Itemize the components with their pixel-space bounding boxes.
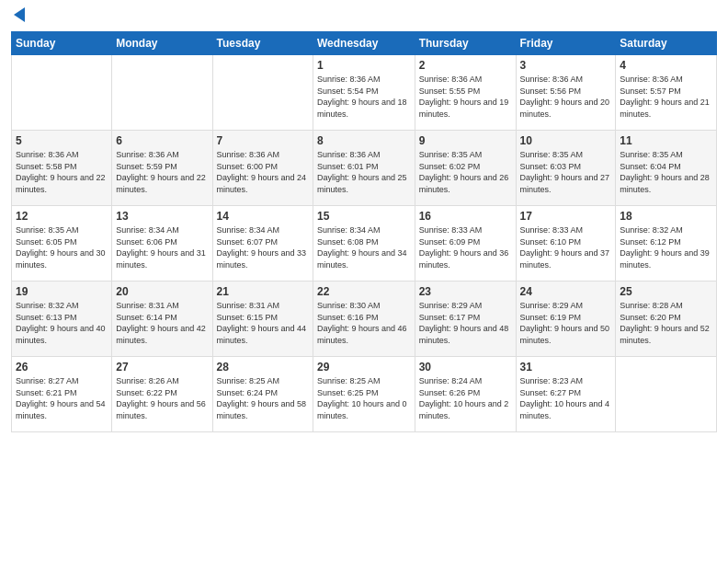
calendar-cell [112,55,212,131]
page-container: SundayMondayTuesdayWednesdayThursdayFrid… [0,0,728,440]
weekday-header-row: SundayMondayTuesdayWednesdayThursdayFrid… [12,32,717,55]
weekday-header-thursday: Thursday [415,32,516,55]
calendar-cell [212,55,313,131]
cell-info: Sunrise: 8:25 AM Sunset: 6:24 PM Dayligh… [217,375,309,421]
calendar-cell: 1Sunrise: 8:36 AM Sunset: 5:54 PM Daylig… [313,55,415,131]
calendar-cell: 25Sunrise: 8:28 AM Sunset: 6:20 PM Dayli… [616,282,717,357]
day-number: 7 [217,134,309,147]
day-number: 25 [620,285,712,298]
day-number: 29 [317,361,411,373]
cell-info: Sunrise: 8:34 AM Sunset: 6:07 PM Dayligh… [217,224,309,270]
calendar-cell: 14Sunrise: 8:34 AM Sunset: 6:07 PM Dayli… [212,206,313,282]
cell-info: Sunrise: 8:36 AM Sunset: 5:58 PM Dayligh… [16,149,108,195]
day-number: 27 [116,361,208,373]
day-number: 3 [520,59,612,72]
calendar-cell: 12Sunrise: 8:35 AM Sunset: 6:05 PM Dayli… [12,206,112,282]
weekday-header-saturday: Saturday [616,32,717,55]
cell-info: Sunrise: 8:36 AM Sunset: 6:01 PM Dayligh… [317,149,411,195]
cell-info: Sunrise: 8:36 AM Sunset: 5:54 PM Dayligh… [317,74,411,120]
day-number: 21 [217,285,309,298]
cell-info: Sunrise: 8:28 AM Sunset: 6:20 PM Dayligh… [620,300,712,346]
cell-info: Sunrise: 8:31 AM Sunset: 6:14 PM Dayligh… [116,300,208,346]
day-number: 17 [520,210,612,223]
cell-info: Sunrise: 8:36 AM Sunset: 5:56 PM Dayligh… [520,74,612,120]
cell-info: Sunrise: 8:36 AM Sunset: 5:57 PM Dayligh… [620,74,712,120]
calendar-cell: 4Sunrise: 8:36 AM Sunset: 5:57 PM Daylig… [616,55,717,131]
calendar-cell: 16Sunrise: 8:33 AM Sunset: 6:09 PM Dayli… [415,206,516,282]
calendar-cell: 26Sunrise: 8:27 AM Sunset: 6:21 PM Dayli… [12,357,112,432]
day-number: 24 [520,285,612,298]
svg-marker-0 [14,7,25,22]
day-number: 20 [116,285,208,298]
week-row-3: 12Sunrise: 8:35 AM Sunset: 6:05 PM Dayli… [12,206,717,282]
day-number: 12 [16,210,108,223]
calendar-cell: 24Sunrise: 8:29 AM Sunset: 6:19 PM Dayli… [516,282,616,357]
calendar-cell: 29Sunrise: 8:25 AM Sunset: 6:25 PM Dayli… [313,357,415,432]
week-row-4: 19Sunrise: 8:32 AM Sunset: 6:13 PM Dayli… [12,282,717,357]
calendar-cell: 20Sunrise: 8:31 AM Sunset: 6:14 PM Dayli… [112,282,212,357]
calendar-table: SundayMondayTuesdayWednesdayThursdayFrid… [11,31,717,432]
week-row-5: 26Sunrise: 8:27 AM Sunset: 6:21 PM Dayli… [12,357,717,432]
cell-info: Sunrise: 8:29 AM Sunset: 6:19 PM Dayligh… [520,300,612,346]
cell-info: Sunrise: 8:34 AM Sunset: 6:06 PM Dayligh… [116,224,208,270]
day-number: 6 [116,134,208,147]
calendar-cell: 27Sunrise: 8:26 AM Sunset: 6:22 PM Dayli… [112,357,212,432]
day-number: 18 [620,210,712,223]
cell-info: Sunrise: 8:35 AM Sunset: 6:02 PM Dayligh… [419,149,512,195]
calendar-cell: 10Sunrise: 8:35 AM Sunset: 6:03 PM Dayli… [516,131,616,206]
weekday-header-wednesday: Wednesday [313,32,415,55]
day-number: 13 [116,210,208,223]
day-number: 19 [16,285,108,298]
day-number: 2 [419,59,512,72]
day-number: 22 [317,285,411,298]
weekday-header-tuesday: Tuesday [212,32,313,55]
calendar-cell: 18Sunrise: 8:32 AM Sunset: 6:12 PM Dayli… [616,206,717,282]
cell-info: Sunrise: 8:36 AM Sunset: 5:55 PM Dayligh… [419,74,512,120]
cell-info: Sunrise: 8:23 AM Sunset: 6:27 PM Dayligh… [520,375,612,421]
cell-info: Sunrise: 8:27 AM Sunset: 6:21 PM Dayligh… [16,375,108,421]
calendar-cell: 21Sunrise: 8:31 AM Sunset: 6:15 PM Dayli… [212,282,313,357]
calendar-cell: 6Sunrise: 8:36 AM Sunset: 5:59 PM Daylig… [112,131,212,206]
day-number: 15 [317,210,411,223]
cell-info: Sunrise: 8:34 AM Sunset: 6:08 PM Dayligh… [317,224,411,270]
day-number: 8 [317,134,411,147]
cell-info: Sunrise: 8:35 AM Sunset: 6:03 PM Dayligh… [520,149,612,195]
week-row-2: 5Sunrise: 8:36 AM Sunset: 5:58 PM Daylig… [12,131,717,206]
header [11,9,717,24]
cell-info: Sunrise: 8:32 AM Sunset: 6:13 PM Dayligh… [16,300,108,346]
day-number: 31 [520,361,612,373]
cell-info: Sunrise: 8:30 AM Sunset: 6:16 PM Dayligh… [317,300,411,346]
calendar-cell: 8Sunrise: 8:36 AM Sunset: 6:01 PM Daylig… [313,131,415,206]
day-number: 14 [217,210,309,223]
logo-icon [12,6,27,24]
weekday-header-sunday: Sunday [12,32,112,55]
cell-info: Sunrise: 8:36 AM Sunset: 5:59 PM Dayligh… [116,149,208,195]
calendar-cell: 11Sunrise: 8:35 AM Sunset: 6:04 PM Dayli… [616,131,717,206]
logo [11,9,27,24]
calendar-cell: 17Sunrise: 8:33 AM Sunset: 6:10 PM Dayli… [516,206,616,282]
day-number: 28 [217,361,309,373]
cell-info: Sunrise: 8:29 AM Sunset: 6:17 PM Dayligh… [419,300,512,346]
week-row-1: 1Sunrise: 8:36 AM Sunset: 5:54 PM Daylig… [12,55,717,131]
calendar-cell: 3Sunrise: 8:36 AM Sunset: 5:56 PM Daylig… [516,55,616,131]
day-number: 1 [317,59,411,72]
day-number: 23 [419,285,512,298]
calendar-cell: 19Sunrise: 8:32 AM Sunset: 6:13 PM Dayli… [12,282,112,357]
cell-info: Sunrise: 8:33 AM Sunset: 6:10 PM Dayligh… [520,224,612,270]
weekday-header-monday: Monday [112,32,212,55]
cell-info: Sunrise: 8:35 AM Sunset: 6:05 PM Dayligh… [16,224,108,270]
cell-info: Sunrise: 8:33 AM Sunset: 6:09 PM Dayligh… [419,224,512,270]
calendar-cell [616,357,717,432]
calendar-cell: 28Sunrise: 8:25 AM Sunset: 6:24 PM Dayli… [212,357,313,432]
cell-info: Sunrise: 8:35 AM Sunset: 6:04 PM Dayligh… [620,149,712,195]
day-number: 30 [419,361,512,373]
cell-info: Sunrise: 8:25 AM Sunset: 6:25 PM Dayligh… [317,375,411,421]
cell-info: Sunrise: 8:31 AM Sunset: 6:15 PM Dayligh… [217,300,309,346]
cell-info: Sunrise: 8:26 AM Sunset: 6:22 PM Dayligh… [116,375,208,421]
weekday-header-friday: Friday [516,32,616,55]
day-number: 5 [16,134,108,147]
calendar-cell: 22Sunrise: 8:30 AM Sunset: 6:16 PM Dayli… [313,282,415,357]
day-number: 9 [419,134,512,147]
calendar-cell: 5Sunrise: 8:36 AM Sunset: 5:58 PM Daylig… [12,131,112,206]
day-number: 4 [620,59,712,72]
